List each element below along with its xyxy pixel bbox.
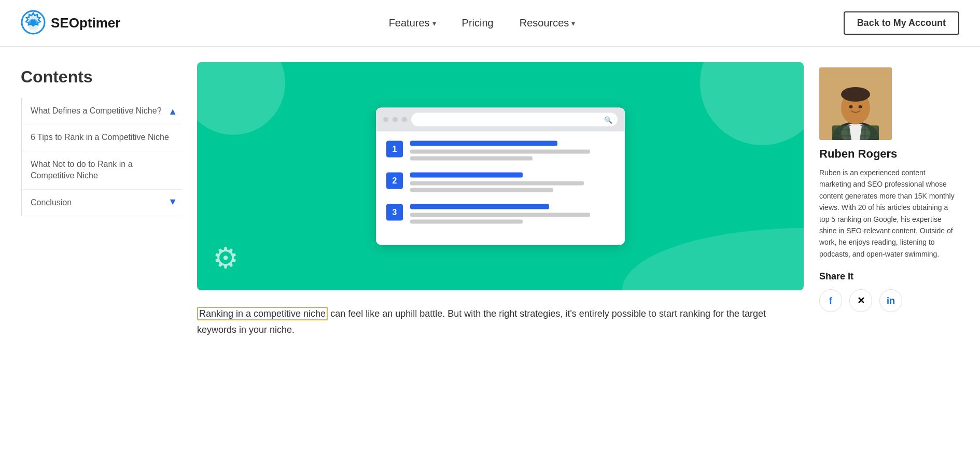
deco-circle-tl	[197, 62, 285, 135]
search-icon: 🔍	[604, 116, 612, 123]
result-title-bar	[410, 141, 557, 146]
search-result-2: 2	[386, 173, 614, 195]
browser-bar: 🔍	[376, 108, 625, 132]
result-title-bar	[410, 204, 549, 209]
highlighted-text: Ranking in a competitive niche	[197, 307, 328, 320]
toc-item-3[interactable]: What Not to do to Rank in a Competitive …	[22, 151, 181, 190]
contents-title: Contents	[21, 67, 181, 87]
logo-text: SEOptimer	[51, 15, 120, 31]
main-nav: Features ▾ Pricing Resources ▾	[389, 17, 576, 29]
author-sidebar: Ruben Rogers Ruben is an experienced con…	[819, 62, 959, 337]
result-desc-bar-1	[410, 213, 590, 217]
svg-point-9	[849, 105, 853, 108]
result-lines-1	[410, 141, 614, 163]
logo[interactable]: SEOptimer	[21, 10, 120, 37]
author-photo	[819, 67, 892, 140]
back-to-account-button[interactable]: Back to My Account	[844, 11, 959, 35]
result-lines-2	[410, 173, 614, 195]
share-linkedin-button[interactable]: in	[879, 289, 902, 312]
scroll-up-arrow: ▲	[168, 105, 177, 118]
nav-pricing[interactable]: Pricing	[462, 17, 494, 29]
author-bio: Ruben is an experienced content marketin…	[819, 167, 959, 260]
author-name: Ruben Rogers	[819, 147, 959, 161]
article-content: ⚙ 🔍 1	[197, 62, 804, 337]
result-desc-bar-1	[410, 181, 584, 186]
browser-search-bar: 🔍	[411, 113, 618, 126]
result-desc-bar-2	[410, 157, 533, 161]
nav-features[interactable]: Features ▾	[389, 17, 436, 29]
toc-item-4[interactable]: Conclusion ▼	[22, 190, 181, 216]
deco-wave	[622, 228, 804, 290]
seoptimer-logo-icon	[21, 10, 46, 37]
result-desc-bar-1	[410, 150, 590, 154]
resources-chevron: ▾	[571, 19, 575, 27]
share-facebook-button[interactable]: f	[819, 289, 842, 312]
article-intro-paragraph: Ranking in a competitive niche can feel …	[197, 306, 804, 337]
browser-dot-3	[402, 117, 407, 122]
result-lines-3	[410, 204, 614, 227]
main-layout: Contents What Defines a Competitive Nich…	[0, 47, 980, 353]
header: SEOptimer Features ▾ Pricing Resources ▾…	[0, 0, 980, 47]
browser-body: 1 2	[376, 132, 625, 245]
search-result-3: 3	[386, 204, 614, 227]
browser-dot-2	[393, 117, 398, 122]
scroll-down-arrow: ▼	[168, 195, 177, 208]
browser-dot-1	[383, 117, 388, 122]
search-result-1: 1	[386, 141, 614, 163]
result-number-1: 1	[386, 141, 403, 158]
result-desc-bar-2	[410, 188, 553, 192]
result-desc-bar-2	[410, 220, 523, 224]
result-number-3: 3	[386, 204, 403, 221]
contents-list: What Defines a Competitive Niche? ▲ 6 Ti…	[21, 98, 181, 216]
result-title-bar	[410, 173, 523, 178]
result-number-2: 2	[386, 173, 403, 189]
share-title: Share It	[819, 271, 959, 282]
svg-point-8	[841, 87, 870, 102]
gear-icon: ⚙	[213, 241, 239, 275]
hero-image: ⚙ 🔍 1	[197, 62, 804, 290]
share-icons: f ✕ in	[819, 289, 959, 312]
toc-item-1[interactable]: What Defines a Competitive Niche? ▲	[22, 98, 181, 124]
nav-resources[interactable]: Resources ▾	[520, 17, 576, 29]
deco-circle-tr	[700, 62, 804, 145]
svg-point-10	[859, 105, 862, 108]
browser-mockup: 🔍 1 2	[376, 108, 625, 245]
share-twitter-button[interactable]: ✕	[849, 289, 872, 312]
toc-item-2[interactable]: 6 Tips to Rank in a Competitive Niche	[22, 124, 181, 151]
features-chevron: ▾	[432, 19, 436, 27]
table-of-contents: Contents What Defines a Competitive Nich…	[21, 62, 181, 337]
